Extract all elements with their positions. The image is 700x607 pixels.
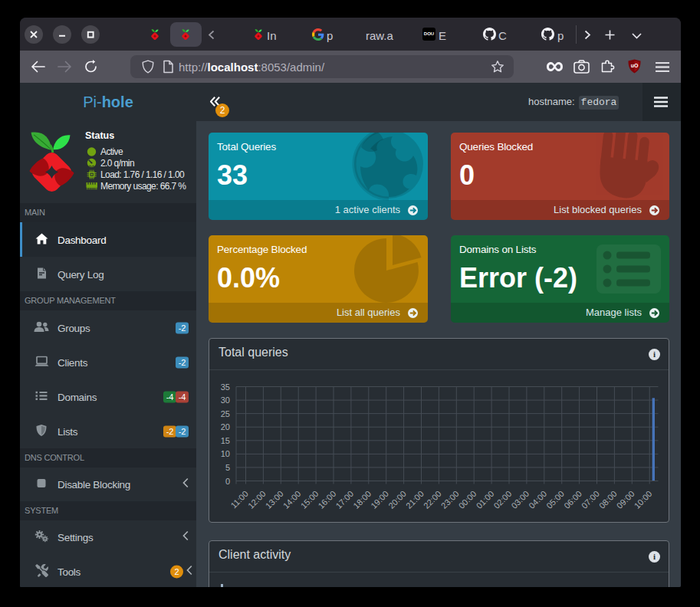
- svg-text:i: i: [653, 552, 656, 561]
- svg-text:0: 0: [225, 477, 230, 486]
- svg-text:01:00: 01:00: [475, 489, 496, 510]
- svg-text:05:00: 05:00: [544, 489, 566, 510]
- svg-text:23:00: 23:00: [439, 489, 461, 510]
- svg-text:11:00: 11:00: [229, 489, 250, 510]
- svg-text:16:00: 16:00: [316, 489, 337, 510]
- svg-text:15:00: 15:00: [299, 489, 320, 510]
- svg-text:03:00: 03:00: [509, 489, 531, 510]
- svg-text:09:00: 09:00: [615, 489, 636, 510]
- svg-text:19:00: 19:00: [369, 489, 390, 510]
- svg-text:08:00: 08:00: [597, 489, 619, 510]
- svg-text:35: 35: [221, 382, 230, 392]
- svg-text:12:00: 12:00: [246, 489, 268, 510]
- svg-text:10:00: 10:00: [633, 489, 654, 510]
- svg-text:25: 25: [221, 409, 230, 418]
- svg-text:07:00: 07:00: [580, 489, 601, 510]
- svg-text:04:00: 04:00: [527, 489, 548, 510]
- svg-text:00:00: 00:00: [457, 489, 478, 510]
- svg-text:uO: uO: [631, 63, 639, 68]
- svg-text:10: 10: [221, 449, 230, 458]
- svg-text:i: i: [653, 349, 656, 359]
- svg-text:06:00: 06:00: [562, 489, 583, 510]
- svg-text:18:00: 18:00: [351, 489, 373, 510]
- svg-text:15: 15: [221, 436, 230, 445]
- svg-text:20:00: 20:00: [386, 489, 408, 510]
- svg-text:22:00: 22:00: [422, 489, 443, 510]
- svg-text:21:00: 21:00: [404, 489, 426, 510]
- svg-text:30: 30: [221, 395, 230, 405]
- svg-text:13:00: 13:00: [264, 489, 285, 510]
- svg-text:17:00: 17:00: [334, 489, 355, 510]
- svg-text:14:00: 14:00: [281, 489, 303, 510]
- svg-text:20: 20: [221, 422, 230, 431]
- svg-text:02:00: 02:00: [491, 489, 513, 510]
- svg-text:5: 5: [225, 463, 230, 472]
